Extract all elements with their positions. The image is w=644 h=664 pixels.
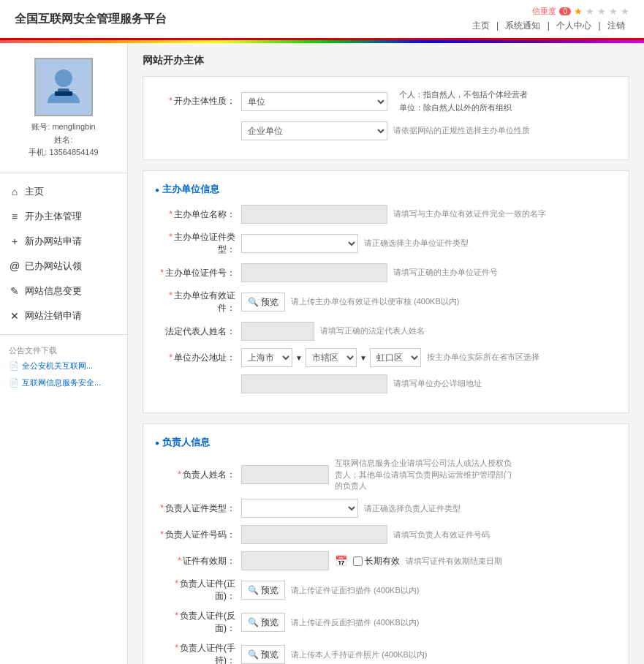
legal-name-row: 法定代表人姓名： 请填写正确的法定代表人姓名 [155, 322, 617, 341]
person-cert-no-label: 负责人证件号码： [155, 529, 235, 541]
star-1: ★ [574, 6, 583, 17]
sidebar-item-change[interactable]: ✎ 网站信息变更 [0, 279, 127, 303]
importance-label: 信重度 [532, 6, 556, 17]
sponsor-header-label: 主办单位信息 [162, 183, 219, 196]
cert-validity-label: 证件有效期： [155, 555, 235, 567]
legal-name-label: 法定代表人姓名： [155, 325, 235, 338]
address-row: 单位办公地址： 上海市 ▼ 市辖区 ▼ 虹口区 按主办单位实际所在省市区选择 [155, 348, 617, 367]
sidebar-item-cancel[interactable]: ✕ 网站注销申请 [0, 303, 127, 328]
long-term-checkbox[interactable] [353, 557, 363, 566]
page-section-title: 网站开办主体 [143, 54, 629, 67]
person-name-hint: 互联网信息服务企业请填写公司法人或法人授权负责人；其他单位请填写负责网站运营维护… [335, 458, 518, 491]
address-selects: 上海市 ▼ 市辖区 ▼ 虹口区 [241, 348, 421, 367]
home-icon: ⌂ [9, 186, 20, 197]
sponsor-cert-no-input[interactable] [241, 263, 387, 282]
cert-front-label: 负责人证件(正面)： [155, 578, 235, 603]
nav-notifications[interactable]: 系统通知 [505, 20, 540, 31]
cert-hand-label: 负责人证件(手持)： [155, 642, 235, 664]
sidebar-phone: 手机: 13564854149 [7, 146, 120, 159]
person-cert-no-row: 负责人证件号码： 请填写负责人有效证件号码 [155, 525, 617, 544]
doc-icon-2: 📄 [9, 378, 19, 388]
nav-logout[interactable]: 注销 [607, 20, 625, 31]
address-city-select[interactable]: 上海市 [241, 348, 292, 367]
sidebar-menu: ⌂ 主页 ≡ 开办主体管理 + 新办网站申请 @ 已办网站认领 ✎ 网站信息变更… [0, 179, 127, 328]
person-cert-no-input[interactable] [241, 525, 387, 544]
cert-back-preview-btn[interactable]: 🔍 预览 [241, 613, 285, 632]
individual-desc: 个人：指自然人，不包括个体经营者 [399, 88, 528, 102]
star-3: ★ [597, 6, 606, 17]
sidebar-item-cancel-label: 网站注销申请 [25, 309, 82, 322]
sponsor-cert-type-row: 主办单位证件类型： 请正确选择主办单位证件类型 [155, 231, 617, 256]
sponsor-name-hint: 请填写与主办单位有效证件完全一致的名字 [393, 208, 546, 219]
cert-back-label: 负责人证件(反面)： [155, 610, 235, 635]
cert-validity-hint: 请填写证件有效期结束日期 [406, 556, 502, 567]
sidebar-item-home[interactable]: ⌂ 主页 [0, 179, 127, 204]
star-2: ★ [586, 6, 594, 17]
sidebar-user-info: 账号: menglingbin 姓名: 手机: 13564854149 [7, 121, 120, 159]
sidebar-divider-1 [0, 173, 127, 173]
cert-back-row: 负责人证件(反面)： 🔍 预览 请上传证件反面扫描件 (400KB以内) [155, 610, 617, 635]
cert-hand-preview-btn[interactable]: 🔍 预览 [241, 645, 285, 664]
address-sep-2: ▼ [360, 354, 367, 362]
person-info-section: 负责人信息 负责人姓名： 互联网信息服务企业请填写公司法人或法人授权负责人；其他… [143, 423, 629, 664]
address-district1-select[interactable]: 市辖区 [306, 348, 357, 367]
person-cert-type-label: 负责人证件类型： [155, 502, 235, 515]
cert-validity-row: 证件有效期： 📅 长期有效 请填写证件有效期结束日期 [155, 551, 617, 570]
sidebar-item-home-label: 主页 [25, 185, 44, 198]
person-section-header: 负责人信息 [155, 436, 617, 449]
person-name-label: 负责人姓名： [155, 469, 235, 481]
sidebar-item-claim[interactable]: @ 已办网站认领 [0, 254, 127, 279]
person-cert-type-hint: 请正确选择负责人证件类型 [364, 503, 461, 514]
sponsor-name-label: 主办单位名称： [155, 208, 235, 221]
person-cert-type-row: 负责人证件类型： 请正确选择负责人证件类型 [155, 499, 617, 518]
legal-name-input[interactable] [241, 322, 314, 341]
content-area: 网站开办主体 开办主体性质： 单位 个人 个人：指自然人，不包括个体经营者 单位… [128, 43, 644, 664]
sidebar-doc-1[interactable]: 📄 全公安机关互联网... [0, 358, 127, 374]
cert-back-hint: 请上传证件反面扫描件 (400KB以内) [291, 617, 419, 628]
sidebar-doc-2[interactable]: 📄 互联网信息服务安全... [0, 374, 127, 391]
person-cert-no-hint: 请填写负责人有效证件号码 [393, 529, 490, 540]
person-name-input[interactable] [241, 465, 329, 484]
sidebar-item-change-label: 网站信息变更 [25, 284, 82, 298]
sidebar: 账号: menglingbin 姓名: 手机: 13564854149 ⌂ 主页… [0, 43, 128, 664]
subject-type-label: 开办主体性质： [155, 95, 235, 107]
org-type-hint: 请依据网站的正规性选择主办单位性质 [393, 125, 530, 136]
person-cert-type-select[interactable] [241, 499, 358, 518]
sidebar-divider-2 [0, 334, 127, 335]
sponsor-cert-type-label: 主办单位证件类型： [155, 231, 235, 256]
sidebar-username: 账号: menglingbin [7, 121, 120, 134]
main-layout: 账号: menglingbin 姓名: 手机: 13564854149 ⌂ 主页… [0, 43, 644, 664]
sponsor-cert-file-row: 主办单位有效证件： 🔍 预览 请上传主办单位有效证件以便审核 (400KB以内) [155, 290, 617, 314]
address-detail-row: 请填写单位办公详细地址 [155, 374, 617, 393]
address-district2-select[interactable]: 虹口区 [370, 348, 421, 367]
org-desc: 单位：除自然人以外的所有组织 [399, 102, 528, 115]
nav-home[interactable]: 主页 [472, 20, 490, 31]
sponsor-cert-file-label: 主办单位有效证件： [155, 290, 235, 314]
sponsor-name-input[interactable] [241, 205, 387, 224]
address-hint: 按主办单位实际所在省市区选择 [427, 352, 539, 363]
calendar-icon: 📅 [335, 555, 347, 567]
sidebar-doc-2-label: 互联网信息服务安全... [22, 377, 101, 388]
sidebar-item-manage[interactable]: ≡ 开办主体管理 [0, 204, 127, 229]
address-detail-hint: 请填写单位办公详细地址 [393, 378, 482, 389]
subject-type-row: 开办主体性质： 单位 个人 个人：指自然人，不包括个体经营者 单位：除自然人以外… [155, 88, 617, 114]
sponsor-cert-type-select[interactable] [241, 234, 358, 253]
org-type-select[interactable]: 企业单位 政府单位 事业单位 [241, 121, 387, 140]
sponsor-cert-type-hint: 请正确选择主办单位证件类型 [364, 238, 469, 249]
at-icon: @ [9, 260, 20, 272]
address-detail-input[interactable] [241, 374, 387, 393]
sponsor-section-header: 主办单位信息 [155, 183, 617, 196]
importance-stars: 信重度 0 ★ ★ ★ ★ ★ [532, 6, 629, 17]
nav-personal-center[interactable]: 个人中心 [556, 20, 591, 31]
org-type-row: 企业单位 政府单位 事业单位 请依据网站的正规性选择主办单位性质 [155, 121, 617, 140]
cert-validity-input[interactable] [241, 551, 329, 570]
cert-front-preview-btn[interactable]: 🔍 预览 [241, 581, 285, 600]
sidebar-item-new-site[interactable]: + 新办网站申请 [0, 229, 127, 254]
subject-type-section: 开办主体性质： 单位 个人 个人：指自然人，不包括个体经营者 单位：除自然人以外… [143, 76, 629, 160]
badge: 0 [559, 7, 571, 15]
cert-hand-hint: 请上传本人手持证件照片 (400KB以内) [291, 649, 427, 660]
sponsor-cert-preview-btn[interactable]: 🔍 预览 [241, 293, 285, 312]
search-icon: 🔍 [248, 297, 259, 307]
subject-type-select[interactable]: 单位 个人 [241, 92, 387, 111]
cert-front-hint: 请上传证件证面扫描件 (400KB以内) [291, 585, 419, 596]
